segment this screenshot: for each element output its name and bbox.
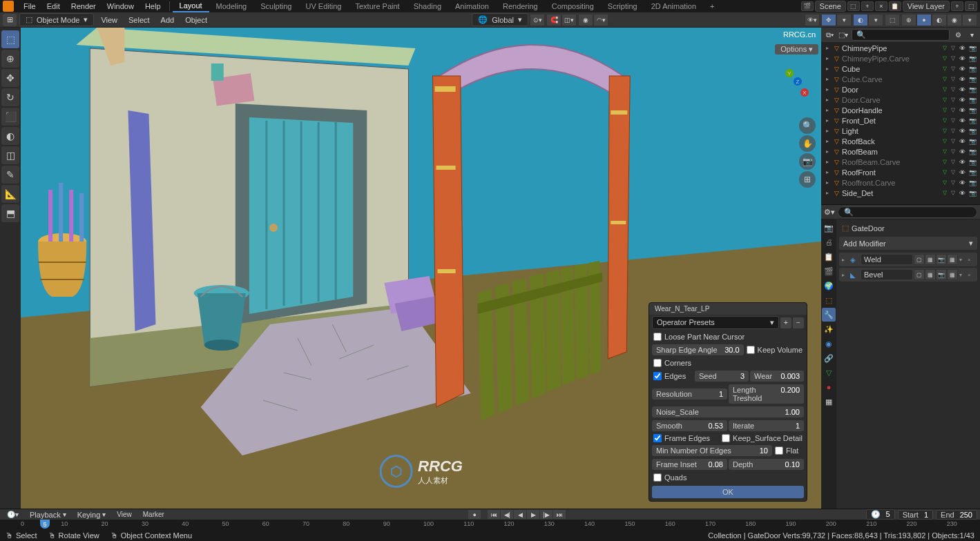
tab-world-icon[interactable]: 🌍 [822, 279, 836, 293]
tab-2d-animation[interactable]: 2D Animation [644, 1, 703, 12]
tool-annotate[interactable]: ◫ [1, 146, 19, 164]
keep-surface-checkbox[interactable] [722, 434, 730, 442]
eye-icon[interactable]: 👁 [959, 190, 968, 197]
mod-edit-icon[interactable]: ▦ [925, 254, 936, 265]
outliner-row[interactable]: ▸ ▽ Door ▽ ▽ 👁 📷 [821, 84, 980, 95]
keep-volume-checkbox[interactable] [747, 346, 755, 354]
expand-icon[interactable]: ▸ [824, 148, 831, 155]
eye-icon[interactable]: 👁 [959, 55, 968, 62]
render-icon[interactable]: 📷 [969, 55, 977, 62]
next-key-icon[interactable]: |▶ [540, 510, 553, 519]
mod-render-icon[interactable]: 📷 [936, 254, 947, 265]
outliner-row[interactable]: ▸ ▽ Cube.Carve ▽ ▽ 👁 📷 [821, 74, 980, 84]
eye-icon[interactable]: 👁 [959, 117, 968, 124]
tab-layout[interactable]: Layout [173, 0, 209, 12]
smooth-field[interactable]: Smooth 0.53 [652, 420, 727, 431]
tab-uv[interactable]: UV Editing [298, 1, 348, 12]
expand-icon[interactable]: ▸ [842, 257, 849, 263]
outliner-row[interactable]: ▸ ▽ Light ▽ ▽ 👁 📷 [821, 126, 980, 136]
length-treshold-field[interactable]: Length Treshold 0.200 [729, 384, 804, 404]
eye-icon[interactable]: 👁 [959, 76, 968, 83]
expand-icon[interactable]: ▸ [824, 97, 831, 103]
axis-x[interactable]: X [800, 88, 809, 97]
pan-icon[interactable]: ✋ [799, 135, 816, 152]
eye-icon[interactable]: 👁 [959, 179, 968, 186]
outliner-row[interactable]: ▸ ▽ RoofFront ▽ ▽ 👁 📷 [821, 167, 980, 177]
resolution-field[interactable]: Resolution 1 [652, 388, 727, 400]
min-edges-field[interactable]: Min Number Of Edges 10 [652, 445, 772, 456]
view-menu[interactable]: View [97, 14, 122, 26]
corners-checkbox[interactable] [653, 359, 662, 367]
expand-icon[interactable]: ▸ [824, 86, 831, 92]
nav-gizmo[interactable]: Z Y X [767, 69, 809, 110]
tab-scene-icon[interactable]: 🎬 [822, 264, 836, 278]
viewport-3d[interactable]: Options ▾ Z Y X 🔍 ✋ 📷 ⊞ [21, 28, 821, 509]
outliner[interactable]: ▸ ▽ ChimneyPipe ▽ ▽ 👁 📷 ▸ ▽ ChimneyPipe.… [821, 43, 980, 204]
shade-wire[interactable]: ⊕ [901, 14, 916, 26]
outliner-new-collection-icon[interactable]: ▾ [966, 30, 977, 41]
timeline-view-menu[interactable]: View [113, 510, 136, 519]
frame-edges-checkbox[interactable] [653, 434, 662, 442]
menu-help[interactable]: Help [140, 1, 166, 12]
tool-cursor[interactable]: ⊕ [1, 50, 19, 68]
tool-select-box[interactable]: ⬚ [1, 30, 19, 48]
axis-z[interactable]: Z [794, 77, 802, 86]
eye-icon[interactable]: 👁 [959, 138, 968, 145]
persp-icon[interactable]: ⊞ [799, 171, 816, 188]
eye-icon[interactable]: 👁 [959, 159, 968, 166]
current-frame-field[interactable]: 🕐 5 [866, 509, 895, 520]
tab-scripting[interactable]: Scripting [601, 1, 644, 12]
outliner-row[interactable]: ▸ ▽ RoofBeam ▽ ▽ 👁 📷 [821, 146, 980, 157]
tab-texture-paint[interactable]: Texture Paint [348, 1, 406, 12]
viewlayer-icon[interactable]: 📋 [889, 1, 901, 11]
tab-constraints-icon[interactable]: 🔗 [822, 351, 836, 365]
viewlayer-field[interactable]: View Layer [903, 1, 950, 12]
props-editor-icon[interactable]: ⚙▾ [824, 208, 835, 217]
eye-icon[interactable]: 👁 [959, 128, 968, 135]
outliner-row[interactable]: ▸ ▽ RoofBeam.Carve ▽ ▽ 👁 📷 [821, 157, 980, 167]
menu-edit[interactable]: Edit [41, 1, 66, 12]
quads-checkbox[interactable] [653, 473, 662, 482]
autokey-icon[interactable]: ● [468, 510, 481, 519]
expand-icon[interactable]: ▸ [824, 76, 831, 82]
eye-icon[interactable]: 👁 [959, 66, 968, 72]
tab-shading[interactable]: Shading [407, 1, 448, 12]
axis-y[interactable]: Y [785, 69, 794, 77]
outliner-display-mode[interactable]: ⬚▾ [838, 30, 849, 41]
gizmo-dd[interactable]: ▾ [836, 14, 852, 26]
scene-new-icon[interactable]: ⬚ [847, 1, 860, 11]
mod-render-icon[interactable]: 📷 [936, 269, 947, 280]
select-menu[interactable]: Select [124, 14, 154, 26]
props-search[interactable]: 🔍 [838, 206, 977, 218]
pivot-btn[interactable]: ⊙▾ [530, 14, 545, 26]
ok-button[interactable]: OK [652, 486, 804, 498]
preset-add-btn[interactable]: + [780, 317, 791, 328]
sharp-edge-field[interactable]: Sharp Edge Angle 30.0 [652, 344, 744, 355]
playback-dropdown[interactable]: Playback ▾ [26, 510, 70, 520]
expand-icon[interactable]: ▸ [824, 190, 831, 196]
expand-icon[interactable]: ▸ [842, 272, 849, 278]
outliner-row[interactable]: ▸ ▽ Door.Carve ▽ ▽ 👁 📷 [821, 95, 980, 105]
shade-solid[interactable]: ● [916, 14, 932, 26]
mod-dropdown-icon[interactable]: ▾ [959, 272, 966, 278]
render-icon[interactable]: 📷 [969, 179, 977, 186]
timeline-marker-menu[interactable]: Marker [139, 510, 169, 519]
depth-field[interactable]: Depth 0.10 [729, 459, 804, 470]
snap-mode[interactable]: ◫▾ [561, 14, 577, 26]
preset-remove-btn[interactable]: − [793, 317, 804, 328]
shade-dd[interactable]: ▾ [962, 14, 977, 26]
mod-realtime-icon[interactable]: ▢ [914, 269, 925, 280]
edges-checkbox[interactable] [653, 372, 662, 380]
render-icon[interactable]: 📷 [969, 169, 977, 176]
overlay-dd[interactable]: ▾ [868, 14, 883, 26]
keying-dropdown[interactable]: Keying ▾ [73, 510, 111, 520]
expand-icon[interactable]: ▸ [824, 128, 831, 134]
tool-rotate[interactable]: ↻ [1, 88, 19, 106]
orientation-dropdown[interactable]: 🌐 Global ▾ [472, 13, 528, 26]
proportional-toggle[interactable]: ◉ [578, 14, 593, 26]
operator-presets-dropdown[interactable]: Operator Presets ▾ [652, 316, 779, 329]
menu-render[interactable]: Render [66, 1, 102, 12]
timeline-cursor[interactable]: 5 [40, 520, 50, 529]
outliner-row[interactable]: ▸ ▽ Rooffront.Carve ▽ ▽ 👁 📷 [821, 177, 980, 188]
gizmo-toggle[interactable]: ✥ [821, 14, 836, 26]
